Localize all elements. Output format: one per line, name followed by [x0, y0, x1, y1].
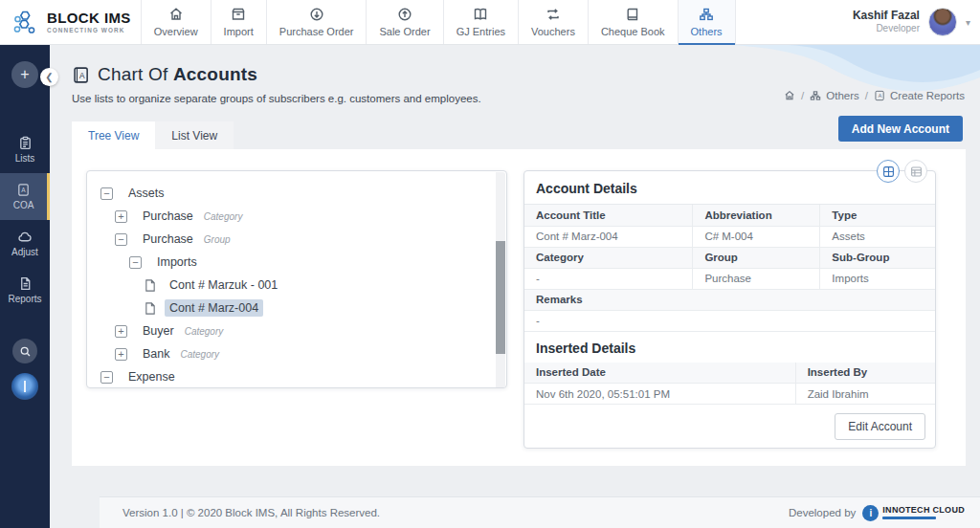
- tree-node-imports[interactable]: − Imports: [87, 251, 506, 274]
- tab-list-view[interactable]: List View: [155, 121, 234, 149]
- sidebar-item-lists[interactable]: Lists: [0, 126, 50, 173]
- tree-node-purchase-group[interactable]: − Purchase Group: [87, 228, 506, 251]
- sidebar-item-adjust[interactable]: Adjust: [0, 220, 50, 267]
- tree-node-label[interactable]: Assets: [123, 185, 169, 202]
- inserted-by-label: Inserted By: [795, 363, 935, 384]
- collapse-toggle-icon[interactable]: −: [100, 187, 113, 200]
- scrollbar-thumb[interactable]: [496, 241, 505, 354]
- account-title-label: Account Title: [524, 205, 693, 226]
- nav-item-gj-entries[interactable]: GJ Entries: [443, 0, 518, 44]
- nav-item-vouchers[interactable]: Vouchers: [518, 0, 588, 44]
- tree-node-label[interactable]: Imports: [152, 253, 202, 271]
- nav-item-label: Vouchers: [531, 26, 575, 37]
- list-view-button[interactable]: [904, 160, 927, 183]
- collapse-toggle-icon[interactable]: −: [115, 233, 127, 246]
- tree-node-cont-marz-004[interactable]: Cont # Marz-004: [87, 297, 506, 319]
- inserted-details-table: Inserted Date Inserted By Nov 6th 2020, …: [524, 363, 935, 406]
- tree-node-label[interactable]: Purchase: [138, 208, 198, 225]
- sidebar-item-coa[interactable]: A COA: [0, 173, 50, 220]
- table-value-row: Nov 6th 2020, 05:51:01 PM Zaid Ibrahim: [524, 384, 935, 405]
- inserted-details-title: Inserted Details: [524, 332, 935, 363]
- collapse-toggle-icon[interactable]: −: [129, 256, 142, 269]
- import-box-icon: [231, 7, 246, 22]
- brand-logo[interactable]: BLOCK IMS CONNECTING WORK: [0, 0, 141, 44]
- account-details-panel: Account Details Account Title Abbreviati…: [523, 170, 936, 449]
- tree-node-label[interactable]: Cont # Marzuk - 001: [165, 276, 282, 294]
- tree-node-type: Group: [204, 234, 231, 245]
- search-icon: [19, 345, 32, 358]
- account-card-icon: A: [16, 183, 31, 197]
- tree-node-buyer-category[interactable]: + Buyer Category: [87, 319, 506, 342]
- page-subtitle: Use lists to organize separate groups of…: [72, 93, 481, 104]
- tab-tree-view[interactable]: Tree View: [72, 121, 155, 149]
- table-icon: [910, 165, 923, 178]
- tree-node-label[interactable]: Purchase: [138, 231, 198, 248]
- tree-node-label[interactable]: Expense: [123, 368, 180, 385]
- tree-node-purchase-category[interactable]: + Purchase Category: [87, 205, 506, 228]
- grid-view-button[interactable]: [877, 160, 900, 183]
- expand-toggle-icon[interactable]: +: [115, 348, 127, 361]
- breadcrumb-create-reports[interactable]: A Create Reports: [874, 90, 965, 101]
- file-text-icon: [18, 276, 33, 291]
- innotech-icon: i: [862, 505, 879, 521]
- nav-item-purchase-order[interactable]: Purchase Order: [266, 0, 367, 44]
- avatar[interactable]: [928, 8, 957, 36]
- sidebar-item-reports[interactable]: Reports: [0, 267, 50, 314]
- accounts-tree-panel: − Assets + Purchase Category − Purchase …: [86, 170, 507, 388]
- nav-item-overview[interactable]: Overview: [141, 0, 211, 44]
- search-button[interactable]: [12, 339, 37, 363]
- innotech-logo-text: INNOTECH CLOUD: [882, 506, 965, 515]
- nav-item-sale-order[interactable]: Sale Order: [366, 0, 442, 44]
- svg-text:A: A: [79, 70, 85, 79]
- breadcrumb-home[interactable]: [784, 90, 795, 101]
- edit-account-button[interactable]: Edit Account: [835, 413, 925, 440]
- innotech-badge-icon[interactable]: [11, 373, 38, 400]
- tree-node-label[interactable]: Buyer: [138, 322, 179, 340]
- tree-node-assets[interactable]: − Assets: [87, 182, 506, 205]
- add-new-account-button[interactable]: Add New Account: [838, 116, 963, 142]
- arrow-down-circle-icon: [309, 7, 324, 22]
- view-tabs: Tree View List View: [72, 121, 234, 149]
- nav-item-label: Overview: [154, 26, 198, 37]
- scrollbar-track[interactable]: [496, 172, 505, 388]
- collapse-toggle-icon[interactable]: −: [100, 371, 113, 384]
- group-value: Purchase: [693, 268, 820, 289]
- collapse-sidebar-icon[interactable]: ❮: [40, 68, 58, 86]
- repeat-icon: [546, 7, 561, 22]
- page-title: Chart Of Accounts: [98, 64, 257, 85]
- tree-node-label-selected[interactable]: Cont # Marz-004: [165, 299, 263, 317]
- tree-node-type: Category: [181, 349, 220, 360]
- chart-of-accounts-icon: A: [72, 66, 90, 84]
- add-button-circle[interactable]: +: [11, 61, 38, 88]
- nav-item-cheque-book[interactable]: Cheque Book: [588, 0, 678, 44]
- table-header-row: Category Group Sub-Group: [524, 247, 935, 268]
- nav-item-label: Others: [691, 26, 723, 37]
- abbreviation-label: Abbreviation: [693, 205, 820, 226]
- tree-node-expense[interactable]: − Expense: [87, 365, 506, 388]
- inserted-date-value: Nov 6th 2020, 05:51:01 PM: [524, 384, 795, 405]
- tree-node-cont-marzuk-001[interactable]: Cont # Marzuk - 001: [87, 274, 506, 297]
- developed-by-text: Developed by: [789, 507, 856, 518]
- tree-node-label[interactable]: Bank: [138, 345, 175, 363]
- expand-toggle-icon[interactable]: +: [115, 210, 127, 223]
- nav-item-import[interactable]: Import: [211, 0, 266, 44]
- subgroup-label: Sub-Group: [820, 247, 935, 268]
- category-value: -: [524, 268, 693, 289]
- nav-item-others[interactable]: Others: [678, 0, 736, 44]
- category-label: Category: [524, 247, 693, 268]
- top-navigation-bar: BLOCK IMS CONNECTING WORK Overview Impor…: [0, 0, 980, 45]
- home-icon: [168, 7, 184, 22]
- tree-node-bank-category[interactable]: + Bank Category: [87, 342, 506, 365]
- breadcrumb-others[interactable]: Others: [810, 90, 859, 101]
- grid-icon: [882, 165, 895, 178]
- breadcrumb-separator: /: [801, 90, 804, 101]
- user-menu[interactable]: Kashif Fazal Developer ▾: [853, 0, 980, 44]
- innotech-cloud-logo[interactable]: i INNOTECH CLOUD: [862, 505, 965, 521]
- nav-item-label: GJ Entries: [457, 26, 505, 37]
- sidebar: + ❮ Lists A COA Adjust Reports: [0, 45, 50, 528]
- nav-item-label: Import: [224, 26, 254, 37]
- chevron-down-icon[interactable]: ▾: [966, 17, 970, 28]
- brand-title: BLOCK IMS: [47, 11, 131, 25]
- expand-toggle-icon[interactable]: +: [115, 325, 127, 338]
- breadcrumb-label: Others: [826, 90, 859, 101]
